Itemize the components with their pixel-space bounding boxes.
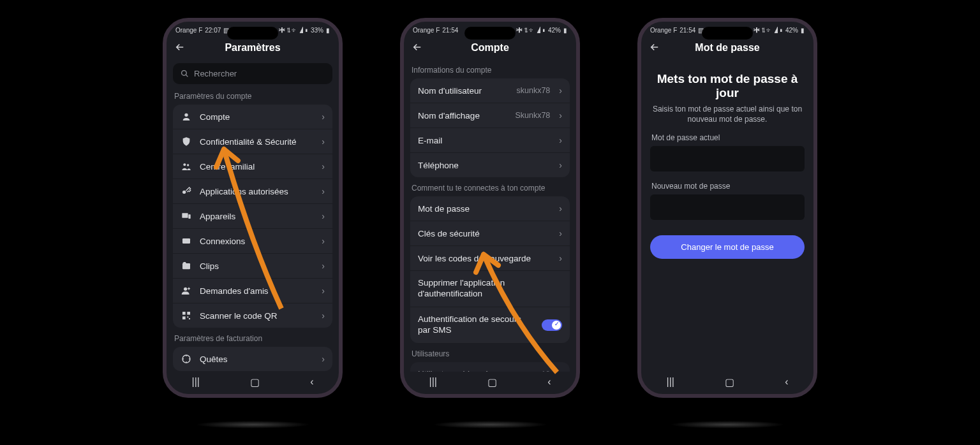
clips-icon bbox=[181, 261, 192, 271]
chevron-right-icon: › bbox=[322, 236, 325, 246]
chevron-right-icon: › bbox=[322, 161, 325, 171]
section-label-users: Utilisateurs bbox=[412, 349, 568, 358]
svg-point-0 bbox=[182, 71, 187, 76]
settings-list: Compte › Confidentialité & Sécurité › Ce… bbox=[173, 105, 332, 328]
key-icon bbox=[181, 186, 192, 196]
label-current-password: Mot de passe actuel bbox=[651, 133, 803, 142]
home-icon[interactable]: ▢ bbox=[250, 376, 260, 388]
svg-point-3 bbox=[187, 164, 189, 166]
section-label-account: Paramètres du compte bbox=[174, 92, 331, 101]
input-new-password[interactable] bbox=[650, 194, 805, 220]
row-remove-authapp[interactable]: Supprimer l'application d'authentificati… bbox=[410, 270, 570, 307]
users-list: Utilisateurs bloqués 10 › bbox=[410, 362, 570, 372]
row-password[interactable]: Mot de passe › bbox=[410, 196, 570, 221]
svg-point-2 bbox=[183, 163, 186, 166]
home-icon[interactable]: ▢ bbox=[725, 376, 734, 388]
qr-icon bbox=[181, 310, 192, 321]
chevron-right-icon: › bbox=[559, 369, 562, 372]
svg-rect-5 bbox=[182, 213, 188, 217]
android-nav-bar: ||| ▢ ‹ bbox=[641, 374, 813, 390]
svg-rect-8 bbox=[182, 263, 190, 269]
settings-item-clips[interactable]: Clips › bbox=[173, 253, 332, 278]
devices-icon bbox=[181, 211, 192, 221]
settings-item-securite[interactable]: Confidentialité & Sécurité › bbox=[173, 129, 332, 154]
section-label-billing: Paramètres de facturation bbox=[174, 334, 331, 343]
settings-item-appareils[interactable]: Appareils › bbox=[173, 203, 332, 228]
app-bar: Compte bbox=[404, 36, 576, 59]
back-nav-icon[interactable]: ‹ bbox=[547, 376, 551, 388]
friend-icon bbox=[181, 286, 192, 296]
settings-item-compte[interactable]: Compte › bbox=[173, 105, 332, 129]
svg-rect-7 bbox=[182, 238, 190, 244]
person-icon bbox=[181, 112, 192, 122]
back-icon[interactable] bbox=[412, 41, 423, 55]
android-nav-bar: ||| ▢ ‹ bbox=[404, 374, 576, 390]
search-input[interactable]: Rechercher bbox=[173, 63, 332, 84]
home-icon[interactable]: ▢ bbox=[487, 376, 497, 388]
phone-account: Orange F21:54 ⚙ ✱ ⇅ ᯤ ◢ ▮42%▮ Compte Inf… bbox=[400, 18, 580, 398]
chevron-right-icon: › bbox=[559, 160, 562, 170]
svg-rect-13 bbox=[187, 316, 188, 317]
page-title: Mot de passe bbox=[695, 42, 759, 54]
settings-item-apps[interactable]: Applications autorisées › bbox=[173, 179, 332, 203]
svg-point-9 bbox=[184, 288, 187, 291]
recents-icon[interactable]: ||| bbox=[429, 376, 437, 388]
back-nav-icon[interactable]: ‹ bbox=[785, 376, 788, 388]
settings-item-quetes[interactable]: Quêtes › bbox=[173, 347, 332, 371]
subtitle: Saisis ton mot de passe actuel ainsi que… bbox=[650, 104, 805, 124]
input-current-password[interactable] bbox=[650, 146, 805, 171]
chevron-right-icon: › bbox=[559, 85, 562, 96]
section-label-info: Informations du compte bbox=[412, 66, 568, 75]
row-email[interactable]: E-mail › bbox=[410, 128, 570, 152]
svg-rect-6 bbox=[188, 214, 190, 219]
settings-item-familial[interactable]: Centre familial › bbox=[173, 154, 332, 179]
back-icon[interactable] bbox=[649, 41, 660, 55]
shadow bbox=[433, 421, 547, 428]
row-displayname[interactable]: Nom d'affichage Skunkx78 › bbox=[410, 103, 570, 128]
search-placeholder: Rechercher bbox=[194, 69, 237, 78]
toggle-sms[interactable] bbox=[542, 319, 562, 331]
recents-icon[interactable]: ||| bbox=[667, 376, 674, 388]
svg-rect-14 bbox=[189, 318, 190, 319]
svg-point-1 bbox=[184, 113, 188, 117]
shadow bbox=[670, 421, 785, 428]
row-phone[interactable]: Téléphone › bbox=[410, 152, 570, 177]
app-bar: Mot de passe bbox=[641, 36, 813, 59]
app-bar: Paramètres bbox=[167, 36, 339, 59]
chevron-right-icon: › bbox=[559, 135, 562, 145]
row-sms-backup[interactable]: Authentification de secours par SMS bbox=[410, 307, 570, 343]
svg-rect-11 bbox=[187, 312, 190, 315]
svg-point-4 bbox=[182, 191, 186, 194]
chevron-right-icon: › bbox=[559, 253, 562, 263]
row-security-keys[interactable]: Clés de sécurité › bbox=[410, 221, 570, 245]
row-blocked[interactable]: Utilisateurs bloqués 10 › bbox=[410, 362, 570, 372]
chevron-right-icon: › bbox=[322, 112, 325, 122]
chevron-right-icon: › bbox=[559, 110, 562, 120]
quest-icon bbox=[181, 354, 192, 364]
family-icon bbox=[181, 161, 192, 171]
row-username[interactable]: Nom d'utilisateur skunkx78 › bbox=[410, 78, 570, 103]
phone-settings: Orange F22:07▧ ⚙ ✱ ⇅ ᯤ ◢ ▮33%▮ Paramètre… bbox=[163, 18, 343, 398]
row-backup-codes[interactable]: Voir les codes de sauvegarde › bbox=[410, 245, 570, 270]
settings-item-connexions[interactable]: Connexions › bbox=[173, 228, 332, 253]
shadow bbox=[195, 421, 310, 428]
change-password-button[interactable]: Changer le mot de passe bbox=[650, 235, 805, 259]
chevron-right-icon: › bbox=[322, 286, 325, 296]
chevron-right-icon: › bbox=[322, 310, 325, 321]
svg-rect-10 bbox=[182, 312, 186, 315]
phone-password: Orange F21:54▧ ⚙ ✱ ⇅ ᯤ ◢ ▮42%▮ Mot de pa… bbox=[637, 18, 817, 398]
back-icon[interactable] bbox=[174, 41, 186, 55]
android-nav-bar: ||| ▢ ‹ bbox=[167, 374, 339, 390]
account-connect-list: Mot de passe › Clés de sécurité › Voir l… bbox=[410, 196, 570, 343]
notch bbox=[464, 27, 516, 40]
settings-item-amis[interactable]: Demandes d'amis › bbox=[173, 278, 332, 303]
settings-item-qr[interactable]: Scanner le code QR › bbox=[173, 303, 332, 328]
chevron-right-icon: › bbox=[322, 211, 325, 221]
page-title: Paramètres bbox=[225, 42, 280, 54]
back-nav-icon[interactable]: ‹ bbox=[310, 376, 313, 388]
chevron-right-icon: › bbox=[559, 228, 562, 238]
recents-icon[interactable]: ||| bbox=[192, 376, 200, 388]
headline: Mets ton mot de passe à jour bbox=[650, 72, 805, 100]
svg-rect-12 bbox=[182, 316, 186, 319]
chevron-right-icon: › bbox=[322, 354, 325, 364]
